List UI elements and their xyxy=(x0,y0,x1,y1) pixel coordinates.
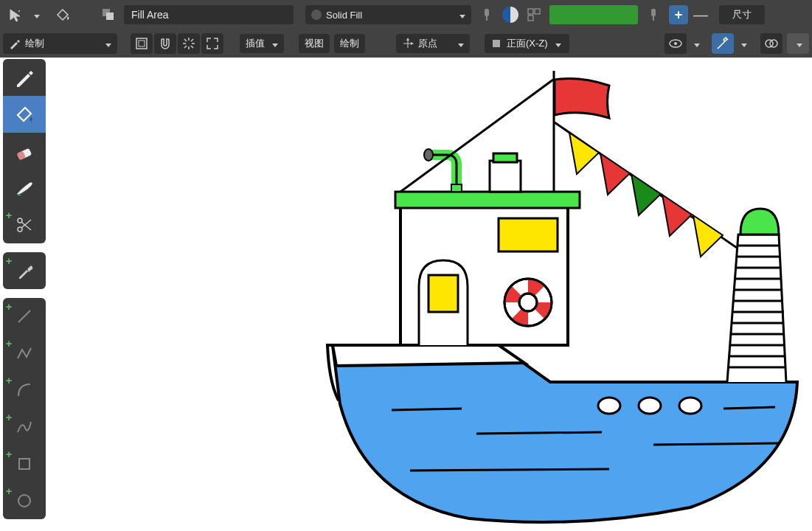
paint-bucket-icon[interactable] xyxy=(50,4,75,26)
svg-line-40 xyxy=(723,407,775,409)
size-field[interactable]: 尺寸 xyxy=(719,5,765,24)
svg-marker-60 xyxy=(662,195,692,236)
snap-icon[interactable] xyxy=(521,4,546,26)
svg-line-41 xyxy=(653,443,779,445)
svg-point-34 xyxy=(598,398,620,414)
tool-circle[interactable]: + xyxy=(3,482,46,519)
cursor-icon[interactable] xyxy=(3,4,28,26)
fill-type-label: Solid Fill xyxy=(326,10,362,21)
svg-point-52 xyxy=(424,149,433,161)
boat-drawing xyxy=(49,58,812,531)
tool-curve[interactable]: + xyxy=(3,409,46,445)
selection-box-icon[interactable] xyxy=(131,33,153,54)
origin-dropdown[interactable]: 原点 xyxy=(396,34,470,53)
svg-rect-43 xyxy=(395,192,580,208)
svg-line-39 xyxy=(410,469,609,471)
visibility-chev[interactable] xyxy=(691,38,700,49)
plus-button[interactable]: + xyxy=(669,5,688,24)
svg-rect-20 xyxy=(493,40,500,47)
svg-point-22 xyxy=(674,42,677,45)
tool-pencil[interactable] xyxy=(3,59,46,96)
svg-rect-7 xyxy=(139,41,145,46)
svg-rect-51 xyxy=(493,153,517,162)
overlays-icon[interactable] xyxy=(760,33,782,54)
layers-icon[interactable] xyxy=(96,4,121,26)
expand-icon[interactable] xyxy=(201,33,223,54)
svg-point-33 xyxy=(18,495,30,507)
svg-marker-18 xyxy=(406,38,409,41)
svg-marker-19 xyxy=(411,42,414,45)
svg-line-55 xyxy=(400,80,553,192)
tool-cutter[interactable]: + xyxy=(3,206,46,243)
tool-arc[interactable]: + xyxy=(3,372,46,409)
tool-palette: + + + + + + + + xyxy=(3,59,46,519)
second-toolbar: 绘制 插值 视图 绘制 原点 正面(X-Z) xyxy=(0,30,812,58)
svg-line-31 xyxy=(18,310,30,322)
svg-rect-32 xyxy=(19,459,30,469)
svg-rect-45 xyxy=(428,275,458,312)
mode-dropdown[interactable]: 绘制 xyxy=(3,33,117,54)
tool-line[interactable]: + xyxy=(3,298,46,335)
svg-rect-6 xyxy=(136,38,147,49)
view-button[interactable]: 视图 xyxy=(299,34,330,53)
svg-line-14 xyxy=(191,39,193,41)
overlays-chev[interactable] xyxy=(787,33,809,54)
tool-eraser[interactable] xyxy=(3,133,46,170)
svg-point-36 xyxy=(679,398,701,414)
gizmo-chev[interactable] xyxy=(738,38,747,49)
fill-type-dropdown[interactable]: Solid Fill xyxy=(305,5,471,24)
svg-rect-2 xyxy=(106,13,114,20)
svg-line-15 xyxy=(184,46,187,48)
gizmo-icon[interactable] xyxy=(712,33,734,54)
tool-eyedropper[interactable]: + xyxy=(3,252,46,289)
pin2-icon[interactable] xyxy=(641,4,666,26)
tool-polyline[interactable]: + xyxy=(3,335,46,372)
canvas[interactable] xyxy=(49,58,812,531)
color-swatch[interactable] xyxy=(549,5,638,24)
top-toolbar: Solid Fill + — 尺寸 xyxy=(0,0,812,30)
svg-marker-57 xyxy=(569,133,599,174)
svg-marker-58 xyxy=(600,153,630,195)
magnet-icon[interactable] xyxy=(154,33,176,54)
svg-point-24 xyxy=(770,40,777,47)
svg-rect-5 xyxy=(528,15,533,21)
svg-point-0 xyxy=(18,10,20,12)
svg-point-35 xyxy=(639,398,661,414)
svg-rect-44 xyxy=(499,218,558,251)
draw-button[interactable]: 绘制 xyxy=(334,34,365,53)
svg-line-38 xyxy=(476,432,602,434)
sphere-icon[interactable] xyxy=(502,7,518,23)
minus-button[interactable]: — xyxy=(691,5,710,24)
tool-box[interactable]: + xyxy=(3,445,46,482)
burst-icon[interactable] xyxy=(178,33,200,54)
svg-line-12 xyxy=(184,39,187,41)
svg-rect-50 xyxy=(490,161,521,192)
pin-icon[interactable] xyxy=(474,4,499,26)
cursor-dropdown[interactable] xyxy=(31,10,40,21)
orientation-dropdown[interactable]: 正面(X-Z) xyxy=(485,34,569,53)
svg-rect-4 xyxy=(535,9,540,14)
svg-line-37 xyxy=(392,409,462,410)
svg-marker-61 xyxy=(693,215,723,257)
tool-fill[interactable] xyxy=(3,96,46,133)
svg-marker-59 xyxy=(631,174,661,215)
fill-area-field[interactable] xyxy=(124,5,294,24)
svg-line-13 xyxy=(191,46,193,48)
interp-dropdown[interactable]: 插值 xyxy=(240,34,284,53)
svg-rect-3 xyxy=(528,9,533,14)
svg-rect-53 xyxy=(451,184,462,192)
tool-brush[interactable] xyxy=(3,170,46,206)
visibility-icon[interactable] xyxy=(664,33,687,54)
